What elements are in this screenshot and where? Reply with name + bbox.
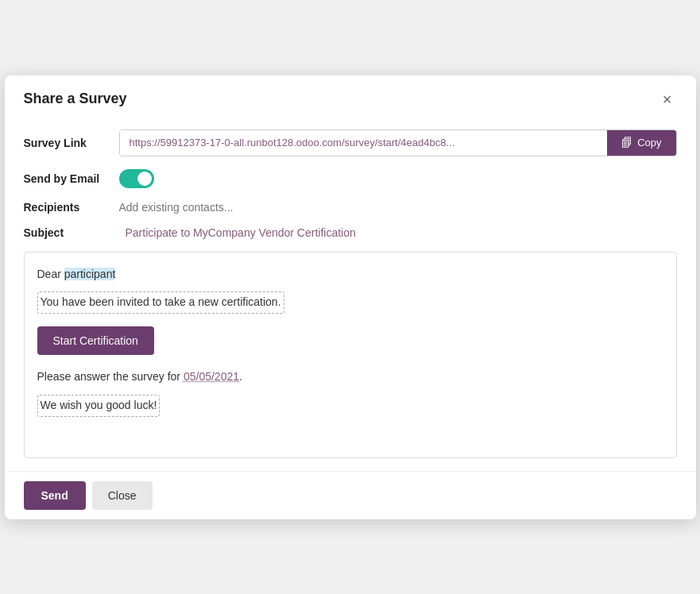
answer-date: 05/05/2021 <box>184 370 239 383</box>
good-luck-text: We wish you good luck! <box>37 395 160 417</box>
greeting-text: Dear <box>37 268 64 280</box>
survey-link-label: Survey Link <box>24 137 119 149</box>
send-by-email-row: Send by Email <box>24 169 677 188</box>
email-toggle[interactable] <box>119 169 154 188</box>
subject-label: Subject <box>24 226 119 239</box>
start-button-paragraph: Start Certification <box>37 322 663 360</box>
subject-value: Participate to MyCompany Vendor Certific… <box>126 226 356 239</box>
recipients-input[interactable] <box>119 201 677 214</box>
modal-footer: Send Close <box>5 471 696 519</box>
recipients-row: Recipients <box>24 201 677 214</box>
email-body[interactable]: Dear participant You have been invited t… <box>24 252 677 458</box>
toggle-slider <box>119 169 154 188</box>
close-footer-button[interactable]: Close <box>92 481 153 510</box>
invited-text: You have been invited to take a new cert… <box>37 291 284 314</box>
recipients-label: Recipients <box>24 201 119 214</box>
survey-link-wrapper: 🗐 Copy <box>119 129 677 156</box>
copy-button-label: Copy <box>637 137 661 148</box>
copy-button[interactable]: 🗐 Copy <box>607 130 675 156</box>
send-by-email-label: Send by Email <box>24 172 119 185</box>
modal-close-button[interactable]: × <box>658 90 677 109</box>
send-button[interactable]: Send <box>24 481 86 510</box>
subject-row: Subject Participate to MyCompany Vendor … <box>24 226 677 239</box>
modal-header: Share a Survey × <box>5 75 696 120</box>
invited-paragraph: You have been invited to take a new cert… <box>37 291 663 314</box>
modal-body: Survey Link 🗐 Copy Send by Email <box>5 120 696 471</box>
answer-text-after: . <box>239 370 242 383</box>
participant-highlight: participant <box>64 268 116 280</box>
copy-icon: 🗐 <box>621 137 632 149</box>
good-luck-paragraph: We wish you good luck! <box>37 395 663 417</box>
email-greeting-paragraph: Dear participant <box>37 265 663 284</box>
answer-paragraph: Please answer the survey for 05/05/2021. <box>37 368 663 387</box>
share-survey-modal: Share a Survey × Survey Link 🗐 Copy Send… <box>5 75 696 519</box>
answer-text-before: Please answer the survey for <box>37 370 184 383</box>
email-toggle-wrapper[interactable] <box>119 169 154 188</box>
survey-link-row: Survey Link 🗐 Copy <box>24 129 677 156</box>
start-certification-button[interactable]: Start Certification <box>37 326 154 355</box>
modal-title: Share a Survey <box>24 91 127 107</box>
survey-link-input[interactable] <box>120 130 608 156</box>
